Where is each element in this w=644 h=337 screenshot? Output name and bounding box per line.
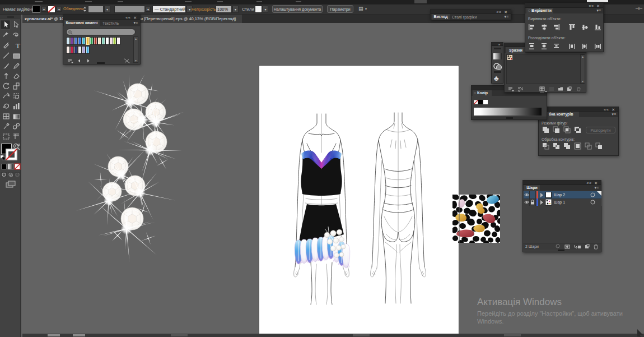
svg-text:T: T <box>16 41 20 50</box>
